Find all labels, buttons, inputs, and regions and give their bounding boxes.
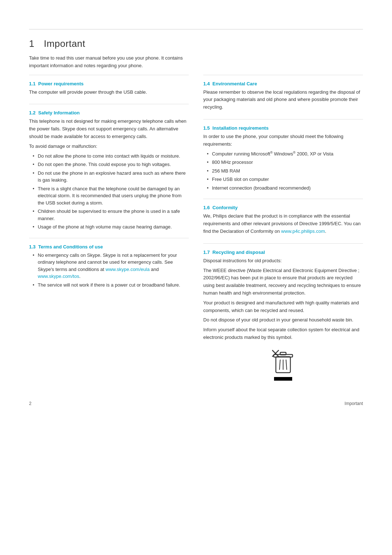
section-1-4-title: 1.4 Environmental Care [203, 81, 363, 86]
philips-conformity-link[interactable]: www.p4c.philips.com [281, 228, 325, 234]
section-1-5-list: Computer running Microsoft® Windows® 200… [203, 150, 363, 192]
list-item: 800 MHz processor [207, 159, 363, 166]
list-item: Do not allow the phone to come into cont… [33, 153, 189, 160]
footer-label: Important [344, 401, 363, 406]
section-1-7-title: 1.7 Recycling and disposal [203, 250, 363, 255]
list-item: Do not use the phone in an explosive haz… [33, 170, 189, 184]
section-1-3-body: No emergency calls on Skype. Skype is no… [29, 252, 189, 289]
section-1-1: 1.1 Power requirements The computer will… [29, 75, 189, 104]
section-1-6: 1.6 Conformity We, Philips declare that … [203, 199, 363, 243]
section-1-7: 1.7 Recycling and disposal Disposal inst… [203, 243, 363, 386]
list-item: 256 MB RAM [207, 167, 363, 175]
svg-rect-2 [280, 352, 286, 355]
list-item: Children should be supervised to ensure … [33, 208, 189, 222]
skype-tos-link[interactable]: www.skype.com/tos [38, 274, 79, 279]
list-item: Do not open the phone. This could expose… [33, 161, 189, 168]
page-number: 2 [29, 401, 32, 406]
weee-bar [274, 377, 292, 381]
section-1-2-title: 1.2 Safety Information [29, 110, 189, 116]
chapter-intro: Take time to read this user manual befor… [29, 54, 189, 70]
left-column: 1.1 Power requirements The computer will… [29, 75, 189, 386]
section-1-3-list: No emergency calls on Skype. Skype is no… [29, 252, 189, 289]
list-item: Free USB slot on computer [207, 176, 363, 183]
two-column-layout: 1.1 Power requirements The computer will… [29, 75, 363, 386]
skype-eula-link[interactable]: www.skype.com/eula [106, 267, 150, 272]
weee-icon [269, 347, 298, 376]
svg-line-3 [279, 360, 280, 370]
list-item: The service will not work if there is a … [33, 281, 189, 289]
section-1-3-title: 1.3 Terms and Conditions of use [29, 244, 189, 250]
list-item: No emergency calls on Skype. Skype is no… [33, 252, 189, 280]
weee-symbol [203, 347, 363, 381]
section-1-5-title: 1.5 Installation requirements [203, 125, 363, 131]
list-item: There is a slight chance that the teleph… [33, 185, 189, 207]
section-1-6-title: 1.6 Conformity [203, 205, 363, 210]
section-1-1-title: 1.1 Power requirements [29, 81, 189, 86]
section-1-2: 1.2 Safety Information This telephone is… [29, 104, 189, 238]
list-item: Internet connection (broadband recommend… [207, 185, 363, 192]
page-footer: 2 Important [29, 397, 363, 406]
section-1-4: 1.4 Environmental Care Please remember t… [203, 75, 363, 119]
section-1-6-body: We, Philips declare that the product is … [203, 212, 363, 235]
list-item: Usage of the phone at high volume may ca… [33, 223, 189, 231]
section-1-3: 1.3 Terms and Conditions of use No emerg… [29, 238, 189, 296]
top-rule [29, 29, 363, 29]
section-1-4-body: Please remember to observe the local reg… [203, 89, 363, 111]
section-1-7-body: Disposal instructions for old products: … [203, 257, 363, 341]
chapter-title: 1 Important [29, 38, 189, 49]
section-1-2-body: This telephone is not designed for makin… [29, 118, 189, 230]
page: 1 Important Take time to read this user … [0, 0, 392, 555]
section-1-1-body: The computer will provide power through … [29, 89, 189, 96]
list-item: Computer running Microsoft® Windows® 200… [207, 150, 363, 158]
section-1-5-body: In order to use the phone, your computer… [203, 133, 363, 191]
right-column: 1.4 Environmental Care Please remember t… [203, 75, 363, 386]
section-1-5: 1.5 Installation requirements In order t… [203, 119, 363, 199]
section-1-2-list: Do not allow the phone to come into cont… [29, 153, 189, 231]
svg-line-5 [286, 360, 287, 370]
